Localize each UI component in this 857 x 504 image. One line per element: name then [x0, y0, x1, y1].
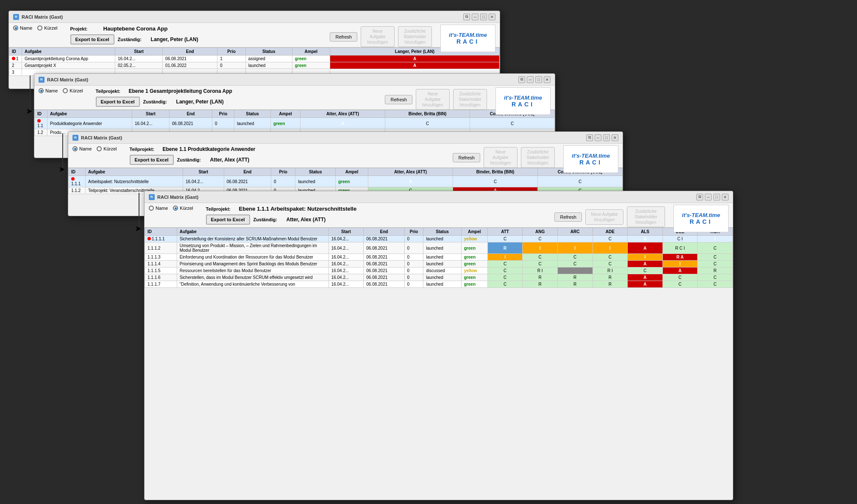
refresh-btn-1[interactable]: Refresh [330, 32, 357, 42]
toolbar-1: Name Kürzel Projekt: Hauptebene Corona A… [9, 23, 500, 47]
arrow-line-3 [139, 193, 139, 227]
window-title-3: R RACI Matrix (Gast) [72, 135, 122, 141]
monitor-btn-2[interactable]: ⧉ [518, 76, 525, 83]
window-title-1: R RACI Matrix (Gast) [13, 14, 63, 20]
table-row[interactable]: 1.1.1.6 Sicherstellen, dass im Modul Ben… [145, 274, 733, 281]
titlebar-4: R RACI Matrix (Gast) ⧉ ─ □ ✕ [145, 191, 733, 203]
export-btn-4[interactable]: Export to Excel [206, 214, 250, 225]
app-icon-4: R [149, 194, 155, 200]
data-table-1: ID Aufgabe Start End Prio Status Ampel L… [9, 47, 500, 76]
maximize-btn-2[interactable]: □ [535, 76, 542, 83]
zusatzliche-btn-4[interactable]: ZusätzlicheStakeholderhinzufügen [627, 206, 665, 227]
title-text-3: RACI Matrix (Gast) [81, 135, 122, 140]
data-table-4: ID Aufgabe Start End Prio Status Ampel A… [145, 228, 733, 288]
zusatzliche-btn-3[interactable]: ZusätzlicheStakeholderhinzufügen [521, 147, 555, 168]
toolbar-4: Name Kürzel Teilprojekt: Ebene 1.1.1 Arb… [145, 203, 733, 228]
logo-4: it's-TEAM.time RACI [673, 205, 729, 232]
maximize-btn-3[interactable]: □ [603, 134, 610, 141]
teilprojekt-label-2: Teilprojekt: [96, 89, 125, 94]
radio-name-3[interactable]: Name [72, 146, 92, 151]
zustandig-value-3: Atter, Alex (ATT) [210, 157, 250, 163]
zusatzliche-btn-1[interactable]: ZusätzlicheStakeholderhinzufügen [398, 26, 432, 47]
teilprojekt-value-4: Ebene 1.1.1 Arbeitspaket: Nutzerschnitts… [239, 206, 357, 212]
table-row[interactable]: 1.1 Produktkategorie Anwender 16.04.2...… [35, 118, 555, 129]
arrow-head-2: ➤ [59, 165, 64, 173]
neue-aufgabe-btn-2[interactable]: Neue Aufgabehinzufügen [416, 89, 450, 110]
toolbar-2: Name Kürzel Teilprojekt: Ebene 1 Gesamtp… [34, 86, 555, 110]
neue-aufgabe-btn-4[interactable]: Neue Aufgabehinzufügen [585, 209, 623, 225]
radio-name-4[interactable]: Name [149, 206, 168, 211]
monitor-btn-1[interactable]: ⧉ [463, 14, 470, 20]
radio-kurzel-3[interactable]: Kürzel [97, 146, 117, 151]
window-controls-3: ⧉ ─ □ ✕ [586, 134, 618, 141]
zustandig-label-1: Zuständig: [118, 37, 147, 42]
table-row[interactable]: 1.1.1.1 Sicherstellung der Konsistenz al… [145, 236, 733, 242]
radio-name-dot-2 [39, 88, 44, 93]
title-text-1: RACI Matrix (Gast) [22, 14, 63, 19]
radio-kurzel-dot-1 [37, 25, 42, 31]
monitor-btn-4[interactable]: ⧉ [696, 194, 703, 200]
table-row[interactable]: 1.1.1.5 Ressourcen bereitstellen für das… [145, 267, 733, 274]
window-controls-2: ⧉ ─ □ ✕ [518, 76, 551, 83]
refresh-btn-2[interactable]: Refresh [385, 95, 412, 104]
neue-aufgabe-btn-1[interactable]: Neue Aufgabehinzufügen [361, 26, 395, 47]
radio-name-dot-3 [72, 146, 78, 151]
table-4: ID Aufgabe Start End Prio Status Ampel A… [145, 228, 733, 288]
close-btn-3[interactable]: ✕ [612, 134, 618, 141]
radio-kurzel-dot-2 [63, 88, 68, 93]
zustandig-label-2: Zuständig: [143, 99, 173, 104]
minimize-btn-3[interactable]: ─ [595, 134, 601, 141]
zustandig-value-4: Atter, Alex (ATT) [287, 217, 326, 223]
radio-kurzel-dot-3 [97, 146, 102, 151]
titlebar-2: R RACI Matrix (Gast) ⧉ ─ □ ✕ [34, 74, 555, 86]
export-btn-1[interactable]: Export to Excel [70, 34, 114, 45]
arrow-head-1: ➤ [26, 107, 32, 115]
table-row[interactable]: 1.1.1.3 Einforderung und Koordination de… [145, 254, 733, 261]
arrow-head-3: ➤ [135, 225, 141, 233]
maximize-btn-1[interactable]: □ [480, 14, 487, 20]
table-row[interactable]: 2 Gesamtprojekt X 02.05.2... 01.06.2022 … [9, 62, 500, 69]
table-3: ID Aufgabe Start End Prio Status Ampel A… [68, 168, 623, 194]
close-btn-1[interactable]: ✕ [489, 14, 495, 20]
export-btn-2[interactable]: Export to Excel [96, 97, 140, 107]
minimize-btn-4[interactable]: ─ [705, 194, 712, 200]
neue-aufgabe-btn-3[interactable]: Neue Aufgabehinzufügen [484, 147, 518, 168]
arrow-line-1 [30, 75, 31, 109]
table-row[interactable]: 1.1.1.4 Priorisierung und Management des… [145, 261, 733, 267]
radio-kurzel-2[interactable]: Kürzel [63, 88, 83, 93]
table-row[interactable]: 1.1.1.2 Umsetzung von Produkt – Mission,… [145, 242, 733, 254]
logo-3: it's-TEAM.time RACI [563, 145, 618, 173]
data-table-3: ID Aufgabe Start End Prio Status Ampel A… [68, 168, 623, 194]
window-controls-1: ⧉ ─ □ ✕ [463, 14, 495, 20]
radio-group-2: Name Kürzel [39, 88, 83, 93]
refresh-btn-4[interactable]: Refresh [554, 212, 582, 222]
table-row[interactable]: 1.1.1 Arbeitspaket: Nutzerschnittstelle … [69, 176, 623, 187]
minimize-btn-1[interactable]: ─ [472, 14, 479, 20]
projekt-label-1: Projekt: [70, 26, 100, 31]
export-btn-3[interactable]: Export to Excel [130, 155, 174, 165]
radio-kurzel-1[interactable]: Kürzel [37, 25, 57, 31]
radio-kurzel-4[interactable]: Kürzel [173, 206, 193, 211]
radio-name-1[interactable]: Name [13, 25, 32, 31]
zustandig-value-2: Langer, Peter (LAN) [176, 99, 224, 105]
minimize-btn-2[interactable]: ─ [527, 76, 534, 83]
close-btn-4[interactable]: ✕ [722, 194, 729, 200]
radio-kurzel-dot-4 [173, 206, 178, 211]
close-btn-2[interactable]: ✕ [544, 76, 551, 83]
table-1: ID Aufgabe Start End Prio Status Ampel L… [9, 47, 500, 76]
zustandig-label-3: Zuständig: [177, 157, 207, 162]
radio-group-1: Name Kürzel [13, 25, 58, 31]
maximize-btn-4[interactable]: □ [713, 194, 720, 200]
table-row[interactable]: 1 Gesamtprojektleitung Corona App 16.04.… [9, 56, 500, 62]
monitor-btn-3[interactable]: ⧉ [586, 134, 593, 141]
app-icon-3: R [72, 135, 78, 141]
window-title-4: R RACI Matrix (Gast) [149, 194, 198, 200]
titlebar-3: R RACI Matrix (Gast) ⧉ ─ □ ✕ [68, 132, 623, 144]
app-icon-2: R [39, 77, 45, 83]
teilprojekt-value-3: Ebene 1.1 Produktkategorie Anwender [163, 146, 256, 152]
window-4: R RACI Matrix (Gast) ⧉ ─ □ ✕ Name Kürzel… [144, 191, 733, 500]
zusatzliche-btn-2[interactable]: ZusätzlicheStakeholderhinzufügen [453, 89, 487, 110]
refresh-btn-3[interactable]: Refresh [453, 153, 480, 162]
table-row[interactable]: 1.1.1.7 "Definition, Anwendung und konti… [145, 281, 733, 288]
radio-name-2[interactable]: Name [39, 88, 58, 93]
